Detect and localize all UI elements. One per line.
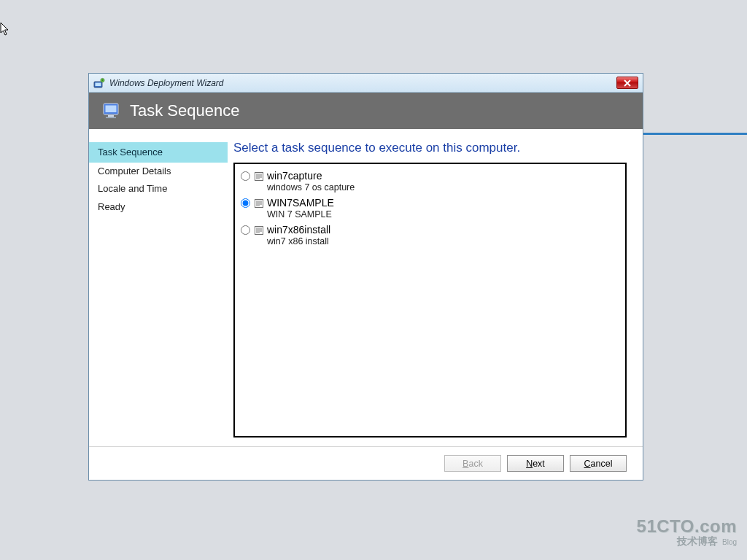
nav-label: Ready: [98, 201, 125, 212]
nav-label: Task Sequence: [98, 147, 163, 158]
svg-rect-9: [255, 227, 263, 235]
task-sequence-list[interactable]: win7capture windows 7 os capture: [233, 163, 627, 438]
window-title: Windows Deployment Wizard: [109, 78, 224, 88]
wizard-footer: Back Next Cancel: [89, 446, 643, 480]
watermark-title: 51CTO.com: [637, 518, 737, 535]
banner-title: Task Sequence: [130, 101, 239, 120]
nav-item-ready[interactable]: Ready: [89, 198, 228, 216]
btn-mnemonic: C: [584, 459, 591, 469]
ts-radio[interactable]: [241, 225, 250, 235]
nav-label: Locale and Time: [98, 183, 167, 194]
document-icon: [254, 198, 264, 209]
task-sequence-item[interactable]: win7x86install win7 x86 install: [241, 224, 619, 249]
btn-post: ancel: [591, 459, 613, 469]
cancel-button[interactable]: Cancel: [570, 455, 627, 472]
main-pane: Select a task sequence to execute on thi…: [228, 129, 643, 446]
document-icon: [254, 171, 264, 182]
close-button[interactable]: [616, 77, 638, 89]
btn-mnemonic: N: [526, 459, 533, 469]
svg-rect-6: [106, 117, 116, 119]
monitor-icon: [102, 102, 123, 120]
banner: Task Sequence: [89, 93, 643, 129]
document-icon: [254, 225, 264, 236]
desktop: Windows Deployment Wizard Task Sequence: [0, 0, 747, 560]
btn-post: ext: [533, 459, 545, 469]
svg-rect-7: [255, 173, 263, 181]
mouse-cursor-icon: [0, 22, 10, 36]
back-button[interactable]: Back: [444, 455, 501, 472]
watermark: 51CTO.com 技术博客 Blog: [637, 518, 737, 548]
ts-radio[interactable]: [241, 198, 250, 208]
ts-name: win7capture: [267, 170, 619, 182]
ts-name: WIN7SAMPLE: [267, 197, 619, 209]
next-button[interactable]: Next: [507, 455, 564, 472]
task-sequence-item[interactable]: WIN7SAMPLE WIN 7 SAMPLE: [241, 197, 619, 222]
watermark-tag: Blog: [722, 538, 737, 546]
sidebar-nav: Task Sequence Computer Details Locale an…: [89, 129, 228, 446]
svg-rect-8: [255, 200, 263, 208]
nav-item-task-sequence[interactable]: Task Sequence: [89, 142, 228, 163]
nav-item-locale-and-time[interactable]: Locale and Time: [89, 180, 228, 198]
wizard-body: Task Sequence Computer Details Locale an…: [89, 129, 643, 446]
svg-rect-5: [108, 115, 114, 117]
btn-post: ack: [468, 459, 482, 469]
ts-name: win7x86install: [267, 224, 619, 236]
nav-item-computer-details[interactable]: Computer Details: [89, 163, 228, 180]
ts-radio[interactable]: [241, 171, 250, 181]
svg-rect-1: [96, 82, 101, 86]
app-icon: [93, 77, 105, 89]
decor-line: [642, 133, 747, 135]
nav-label: Computer Details: [98, 166, 171, 176]
watermark-sub: 技术博客: [677, 535, 718, 548]
ts-desc: win7 x86 install: [267, 236, 619, 246]
ts-desc: windows 7 os capture: [267, 182, 619, 192]
btn-mnemonic: B: [462, 459, 468, 469]
task-sequence-item[interactable]: win7capture windows 7 os capture: [241, 170, 619, 195]
wizard-window: Windows Deployment Wizard Task Sequence: [88, 73, 643, 481]
instruction-text: Select a task sequence to execute on thi…: [233, 141, 627, 155]
svg-rect-4: [106, 106, 117, 113]
ts-desc: WIN 7 SAMPLE: [267, 209, 619, 219]
titlebar[interactable]: Windows Deployment Wizard: [89, 74, 643, 93]
